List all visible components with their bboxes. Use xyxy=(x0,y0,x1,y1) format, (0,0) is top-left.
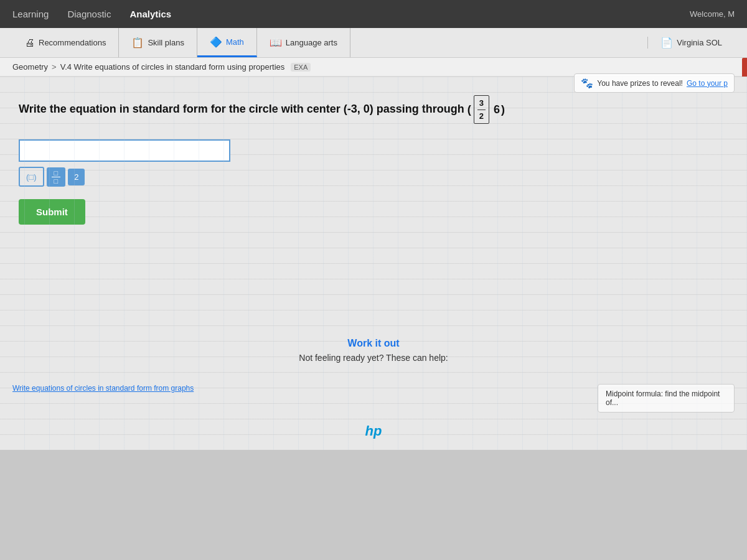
help-link-right[interactable]: Midpoint formula: find the midpoint of..… xyxy=(598,384,735,413)
nav-learning[interactable]: Learning xyxy=(12,9,49,19)
question-fraction-value: 3 2 xyxy=(474,95,489,124)
welcome-text: Welcome, M xyxy=(690,9,735,19)
help-link-left[interactable]: Write equations of circles in standard f… xyxy=(12,384,194,413)
top-nav-links: Learning Diagnostic Analytics xyxy=(12,9,171,19)
secondary-nav: 🖨 Recommendations 📋 Skill plans 🔷 Math 📖… xyxy=(0,28,747,58)
fraction-bot-icon: □ xyxy=(52,177,61,185)
math-icon: 🔷 xyxy=(210,36,222,48)
question-text: Write the equation in standard form for … xyxy=(19,95,728,124)
nav-math[interactable]: 🔷 Math xyxy=(197,28,257,57)
nav-diagnostic[interactable]: Diagnostic xyxy=(67,9,111,19)
fraction-top-icon: □ xyxy=(52,169,61,177)
hp-logo-text: hp xyxy=(365,423,382,439)
submit-button[interactable]: Submit xyxy=(19,199,85,225)
breadcrumb-sep: > xyxy=(52,62,57,72)
nav-recommendations[interactable]: 🖨 Recommendations xyxy=(12,28,119,57)
recommendations-icon: 🖨 xyxy=(25,37,35,49)
nav-right: 📄 Virginia SOL xyxy=(647,37,735,49)
breadcrumb-skill: V.4 Write equations of circles in standa… xyxy=(60,62,285,72)
paren-button[interactable]: (□) xyxy=(19,167,44,187)
nav-virginia-sol[interactable]: 📄 Virginia SOL xyxy=(647,37,735,49)
work-it-out-subtitle: Not feeling ready yet? These can help: xyxy=(299,353,448,363)
question-fraction: ( 3 2 6 ) xyxy=(467,95,505,124)
nav-skill-plans[interactable]: 📋 Skill plans xyxy=(119,28,197,57)
top-nav: Learning Diagnostic Analytics Welcome, M xyxy=(0,0,747,28)
main-content: Write the equation in standard form for … xyxy=(0,77,747,450)
work-it-out: Work it out Not feeling ready yet? These… xyxy=(299,338,448,363)
prize-bar[interactable]: 🐾 You have prizes to reveal! Go to your … xyxy=(574,73,735,93)
breadcrumb-subject[interactable]: Geometry xyxy=(12,62,48,72)
answer-input[interactable] xyxy=(19,139,230,162)
fraction-button[interactable]: □ □ xyxy=(47,167,66,187)
paren-icon: (□) xyxy=(26,172,37,182)
work-it-out-title: Work it out xyxy=(299,338,448,349)
prize-text: You have prizes to reveal! xyxy=(597,79,683,88)
language-arts-icon: 📖 xyxy=(270,37,282,49)
help-links: Write equations of circles in standard f… xyxy=(0,384,747,413)
answer-area: (□) □ □ 2 xyxy=(19,139,728,187)
nav-language-arts[interactable]: 📖 Language arts xyxy=(257,28,350,57)
superscript2-label: 2 xyxy=(74,172,78,182)
prize-link[interactable]: Go to your p xyxy=(687,79,728,88)
superscript2-button[interactable]: 2 xyxy=(68,169,85,185)
skill-plans-icon: 📋 xyxy=(131,37,144,49)
hp-logo: hp xyxy=(355,419,392,444)
virginia-sol-icon: 📄 xyxy=(660,37,673,49)
nav-analytics[interactable]: Analytics xyxy=(129,9,171,19)
prize-icon: 🐾 xyxy=(581,77,593,89)
breadcrumb-badge: EXA xyxy=(291,63,311,72)
math-toolbar: (□) □ □ 2 xyxy=(19,167,728,187)
